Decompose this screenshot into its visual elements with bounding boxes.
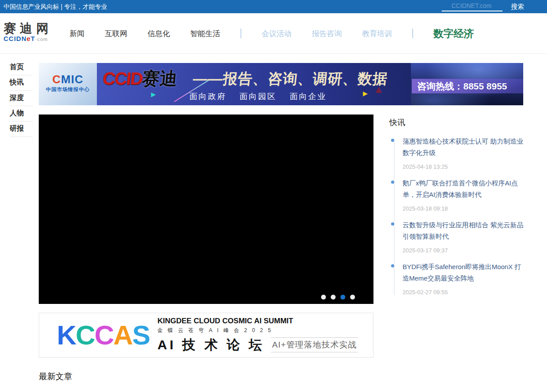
summit-title-cn: AI 技 术 论 坛 [157,336,264,354]
bullet-icon [391,222,394,226]
carousel-dots [321,295,355,300]
cmic-wordmark: CMIC [39,74,97,85]
nav-item-report-consulting[interactable]: 报告咨询 [312,29,342,39]
ccid-brand: CCID赛迪 [102,67,179,91]
play-triangle-icon: ▶ [363,90,368,96]
news-item-time: 2025-03-18 09:18 [403,205,524,212]
carousel[interactable] [39,115,373,304]
carousel-dot[interactable] [331,295,336,300]
summit-text-block: KINGDEE CLOUD COSMIC AI SUMMIT 金 蝶 云 苍 穹… [157,317,358,354]
carousel-dot-active[interactable] [340,295,345,300]
play-triangle-icon: ▶ [151,91,156,97]
news-item-time: 2025-04-18 13:25 [403,163,524,170]
nav-item-education-training[interactable]: 教育培训 [362,29,392,39]
news-item: BYDFi携手Safeheron即将推出MoonX 打造Meme交易最安全阵地 … [389,261,524,296]
up-triangle-icon: ▲ [373,84,384,95]
bullet-icon [391,181,394,184]
nav-item-digital-economy[interactable]: 数字经济 [433,27,474,41]
nav-divider [240,29,241,38]
kingdee-summit-banner[interactable]: KCCAS KINGDEE CLOUD COSMIC AI SUMMIT 金 蝶… [39,313,373,358]
audience-parks: 面向园区 [240,91,277,102]
header: 赛迪网 CCIDNeT·com 新闻 互联网 信息化 智能生活 会议活动 报告咨… [0,13,547,54]
logo-domain-text: CCIDNeT·com [4,35,52,43]
ccid-ad-banner[interactable]: CMIC 中国市场情报中心 CCID赛迪 ——报告、咨询、调研、数据 ▶ 面向政… [39,63,523,105]
latest-articles-title: 最新文章 [39,371,72,382]
news-item: 蒲惠智造核心技术获院士认可 助力制造业数字化升级 2025-04-18 13:2… [389,136,524,170]
hotline-banner: 咨询热线：8855 8955 [412,79,523,93]
nav-item-smart-life[interactable]: 智能生活 [190,29,220,39]
search-placeholder: CCIDNET.com [442,0,503,11]
main-nav: 新闻 互联网 信息化 智能生活 会议活动 报告咨询 教育培训 数字经济 [70,13,474,54]
sidebar-item-research-report[interactable]: 研报 [10,122,33,137]
sidebar-item-flash-news[interactable]: 快讯 [10,75,33,91]
carousel-dot[interactable] [350,295,355,300]
sidebar-item-depth[interactable]: 深度 [10,91,33,106]
news-item: 鹅厂x鸭厂联合打造首个微信小程序AI点单，开启AI消费体验新时代 2025-03… [389,178,524,212]
bullet-icon [391,139,394,142]
summit-title-en: KINGDEE CLOUD COSMIC AI SUMMIT [157,317,358,325]
nav-item-informatization[interactable]: 信息化 [148,29,170,39]
news-item-title[interactable]: 鹅厂x鸭厂联合打造首个微信小程序AI点单，开启AI消费体验新时代 [403,178,524,200]
cmic-caption: 中国市场情报中心 [39,86,97,93]
top-bar: 中国信息产业风向标 | 专注，才能专业 CCIDNET.com 搜索 [0,0,547,13]
flash-news-panel: 快讯 蒲惠智造核心技术获院士认可 助力制造业数字化升级 2025-04-18 1… [389,114,524,303]
site-logo[interactable]: 赛迪网 CCIDNeT·com [4,22,52,43]
news-item-time: 2025-03-17 09:37 [403,247,524,254]
banner-audiences: 面向政府 面向园区 面向企业 [189,91,327,102]
bullet-icon [391,264,394,267]
side-nav: 首页 快讯 深度 人物 研报 [0,60,39,137]
search-input[interactable]: CCIDNET.com [442,0,503,11]
audience-enterprises: 面向企业 [290,91,327,102]
news-item: 云数智升级与行业应用相结合 紫光云新品引领智算新时代 2025-03-17 09… [389,219,524,254]
nav-item-internet[interactable]: 互联网 [105,29,127,39]
nav-divider [412,29,413,38]
audience-government: 面向政府 [189,91,226,102]
flash-news-title: 快讯 [389,117,524,128]
flash-news-list: 蒲惠智造核心技术获院士认可 助力制造业数字化升级 2025-04-18 13:2… [389,136,524,296]
news-item-title[interactable]: 云数智升级与行业应用相结合 紫光云新品引领智算新时代 [403,219,524,242]
nav-item-news[interactable]: 新闻 [70,29,85,39]
news-item-title[interactable]: 蒲惠智造核心技术获院士认可 助力制造业数字化升级 [403,136,524,159]
nav-item-conferences[interactable]: 会议活动 [262,29,292,39]
cmic-logo: CMIC 中国市场情报中心 [39,63,97,105]
sidebar-item-people[interactable]: 人物 [10,106,33,122]
sidebar-item-home[interactable]: 首页 [10,60,33,75]
banner-headline: ——报告、咨询、调研、数据 [192,69,389,89]
search-button[interactable]: 搜索 [511,0,524,13]
kccas-logo: KCCAS [57,322,149,349]
news-item-title[interactable]: BYDFi携手Safeheron即将推出MoonX 打造Meme交易最安全阵地 [403,261,524,284]
news-item-time: 2025-02-27 09:55 [403,289,524,296]
summit-tagline: AI+管理落地技术实战 [271,337,358,352]
carousel-dot[interactable] [321,295,326,300]
site-tagline: 中国信息产业风向标 | 专注，才能专业 [4,0,107,13]
logo-cn-text: 赛迪网 [4,22,52,35]
summit-subtitle-cn: 金 蝶 云 苍 穹 A I 峰 会 2 0 2 5 [157,327,358,334]
page: 中国信息产业风向标 | 专注，才能专业 CCIDNET.com 搜索 赛迪网 C… [0,0,547,392]
